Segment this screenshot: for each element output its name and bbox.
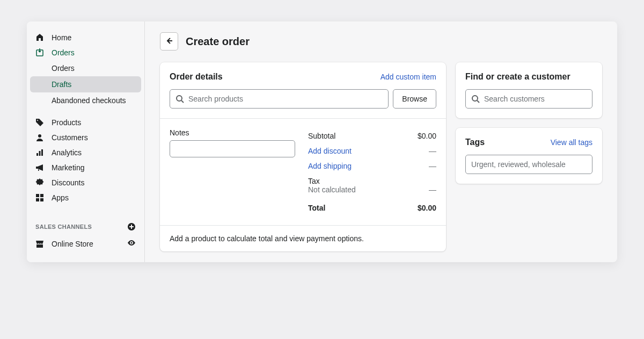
page-header: Create order xyxy=(160,32,602,51)
tags-title: Tags xyxy=(465,138,485,147)
nav-marketing[interactable]: Marketing xyxy=(27,160,144,175)
app-window: Home Orders Orders Drafts Abandoned chec… xyxy=(27,21,617,262)
tags-input[interactable] xyxy=(471,160,587,169)
search-icon xyxy=(471,95,480,103)
nav-label: Products xyxy=(52,118,81,127)
tax-label: Tax xyxy=(308,174,436,185)
nav-apps[interactable]: Apps xyxy=(27,190,144,205)
svg-rect-2 xyxy=(36,153,38,156)
plus-icon[interactable] xyxy=(127,222,136,231)
bars-icon xyxy=(35,148,44,157)
subtotal-row: Subtotal $0.00 xyxy=(308,128,436,143)
channel-online-store[interactable]: Online Store xyxy=(27,234,144,253)
svg-rect-6 xyxy=(40,194,43,197)
eye-icon[interactable] xyxy=(127,239,136,249)
tag-icon xyxy=(35,118,44,127)
shipping-value: — xyxy=(429,162,436,170)
products-search-input[interactable] xyxy=(188,95,383,103)
shipping-row: Add shipping — xyxy=(308,158,436,174)
total-label: Total xyxy=(308,204,325,212)
nav-analytics[interactable]: Analytics xyxy=(27,145,144,160)
nav-orders[interactable]: Orders xyxy=(27,45,144,60)
nav-label: Customers xyxy=(52,133,88,142)
totals-section: Notes Subtotal $0.00 Add discount — xyxy=(160,118,446,225)
badge-icon xyxy=(35,178,44,187)
orders-icon xyxy=(35,48,44,57)
svg-point-11 xyxy=(177,96,182,101)
main-content: Create order Order details Add custom it… xyxy=(145,21,617,262)
order-details-card: Order details Add custom item Browse xyxy=(160,62,446,251)
svg-rect-4 xyxy=(41,149,43,156)
notes-input[interactable] xyxy=(170,140,295,157)
store-icon xyxy=(35,240,44,248)
nav-drafts[interactable]: Drafts xyxy=(30,76,141,92)
card-footer-message: Add a product to calculate total and vie… xyxy=(160,225,446,251)
tags-input-wrapper[interactable] xyxy=(465,155,592,174)
back-button[interactable] xyxy=(160,32,178,51)
nav-products[interactable]: Products xyxy=(27,115,144,130)
svg-rect-7 xyxy=(36,198,39,201)
view-all-tags-link[interactable]: View all tags xyxy=(551,138,592,147)
nav-home[interactable]: Home xyxy=(27,30,144,45)
page-title: Create order xyxy=(186,35,250,48)
order-details-title: Order details xyxy=(170,72,223,82)
svg-rect-3 xyxy=(39,151,41,156)
add-custom-item-link[interactable]: Add custom item xyxy=(380,73,436,81)
nav-label: Apps xyxy=(52,193,69,202)
add-discount-link[interactable]: Add discount xyxy=(308,147,352,155)
nav-label: Orders xyxy=(52,48,75,57)
svg-point-12 xyxy=(472,96,478,101)
products-search-wrapper[interactable] xyxy=(170,89,389,109)
tax-sub-label: Not calculated xyxy=(308,185,356,194)
customer-title: Find or create a customer xyxy=(465,72,592,82)
total-value: $0.00 xyxy=(418,204,436,212)
main-column: Order details Add custom item Browse xyxy=(160,62,446,251)
sales-channels-header: SALES CHANNELS xyxy=(27,219,144,234)
nav-abandoned[interactable]: Abandoned checkouts xyxy=(27,92,144,109)
nav-discounts[interactable]: Discounts xyxy=(27,175,144,190)
add-shipping-link[interactable]: Add shipping xyxy=(308,162,352,170)
customer-card: Find or create a customer xyxy=(456,62,602,118)
grid-icon xyxy=(35,193,44,202)
customer-search-input[interactable] xyxy=(484,95,587,103)
person-icon xyxy=(35,133,44,142)
tax-sub-row: Not calculated — xyxy=(308,185,436,197)
tax-value: — xyxy=(429,185,436,194)
content-grid: Order details Add custom item Browse xyxy=(160,62,602,251)
svg-rect-5 xyxy=(36,194,39,197)
subtotal-label: Subtotal xyxy=(308,132,335,140)
side-column: Find or create a customer Tags xyxy=(456,62,602,251)
discount-row: Add discount — xyxy=(308,143,436,158)
discount-value: — xyxy=(429,147,436,155)
tags-card: Tags View all tags xyxy=(456,128,602,184)
nav-customers[interactable]: Customers xyxy=(27,130,144,145)
nav-suborders[interactable]: Orders xyxy=(27,60,144,76)
search-icon xyxy=(175,95,184,103)
notes-label: Notes xyxy=(170,128,295,137)
svg-point-10 xyxy=(131,242,133,244)
browse-button[interactable]: Browse xyxy=(393,89,436,109)
nav-label: Home xyxy=(52,33,71,42)
svg-rect-8 xyxy=(40,198,43,201)
subtotal-value: $0.00 xyxy=(418,132,436,140)
megaphone-icon xyxy=(35,163,44,172)
nav-label: Analytics xyxy=(52,148,82,157)
sales-channels-label: SALES CHANNELS xyxy=(35,223,92,230)
nav-label: Discounts xyxy=(52,178,84,187)
total-row: Total $0.00 xyxy=(308,197,436,215)
sidebar: Home Orders Orders Drafts Abandoned chec… xyxy=(27,21,145,262)
nav-label: Marketing xyxy=(52,163,84,172)
arrow-left-icon xyxy=(165,37,173,47)
customer-search-wrapper[interactable] xyxy=(465,89,592,109)
channel-label: Online Store xyxy=(52,240,93,248)
svg-point-1 xyxy=(38,134,41,138)
home-icon xyxy=(35,33,44,42)
